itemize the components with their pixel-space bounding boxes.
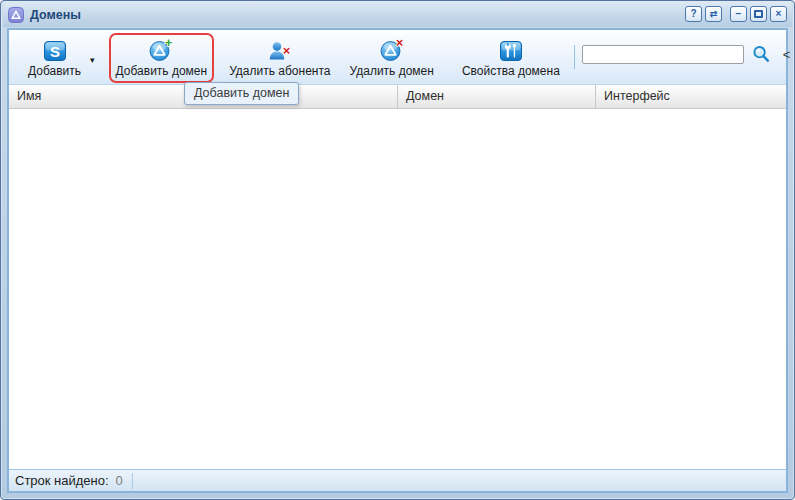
svg-text:S: S: [50, 42, 60, 59]
delete-domain-button-label: Удалить домен: [350, 65, 434, 79]
add-button[interactable]: S Добавить: [21, 33, 88, 83]
prev-page-button[interactable]: <: [776, 48, 795, 61]
maximize-icon: [754, 10, 763, 18]
status-bar: Строк найдено: 0: [9, 469, 786, 491]
svg-text:×: ×: [283, 43, 291, 58]
add-button-label: Добавить: [28, 65, 81, 79]
subscriber-delete-icon: ×: [267, 37, 293, 64]
column-header-interface[interactable]: Интерфейс: [595, 85, 786, 108]
delete-domain-button[interactable]: × Удалить домен: [343, 33, 441, 83]
tooltip: Добавить домен: [184, 82, 299, 105]
maximize-button[interactable]: [750, 6, 767, 22]
domains-window: Домены ? ⇄ − × S: [0, 0, 795, 500]
search-area: < >: [567, 33, 795, 69]
delete-subscriber-button[interactable]: × Удалить абонента: [222, 33, 337, 83]
subscriber-add-icon: S: [43, 37, 67, 64]
help-button[interactable]: ?: [685, 6, 702, 22]
rows-found-value: 0: [116, 473, 123, 488]
domain-properties-icon: [499, 37, 523, 64]
status-separator: [132, 473, 133, 489]
content-frame: S Добавить ▾ +: [7, 28, 788, 493]
toolbar: S Добавить ▾ +: [9, 30, 786, 85]
domain-add-icon: +: [148, 37, 174, 64]
table-header: Имя Домен Интерфейс: [9, 85, 786, 109]
close-button[interactable]: ×: [770, 6, 787, 22]
domain-delete-icon: ×: [379, 37, 405, 64]
toolbar-separator: [574, 45, 575, 69]
window-title: Домены: [30, 8, 81, 22]
window-controls: ? ⇄ − ×: [685, 6, 787, 22]
add-domain-button[interactable]: + Добавить домен: [109, 33, 215, 83]
rows-found-label: Строк найдено:: [15, 473, 109, 488]
svg-text:+: +: [165, 38, 173, 50]
add-domain-button-label: Добавить домен: [116, 65, 208, 79]
domain-app-icon: [8, 7, 24, 23]
title-bar: Домены ? ⇄ − ×: [3, 2, 792, 27]
refresh-button[interactable]: ⇄: [705, 6, 722, 22]
search-button[interactable]: [751, 44, 772, 65]
table-body[interactable]: [9, 109, 786, 469]
add-dropdown-arrow-icon[interactable]: ▾: [90, 55, 95, 65]
domain-properties-button-label: Свойства домена: [462, 65, 560, 79]
domain-properties-button[interactable]: Свойства домена: [455, 33, 567, 83]
column-header-domain[interactable]: Домен: [397, 85, 595, 108]
minimize-button[interactable]: −: [730, 6, 747, 22]
search-icon: [751, 44, 772, 65]
search-input[interactable]: [582, 45, 744, 64]
svg-text:×: ×: [395, 38, 403, 50]
delete-subscriber-button-label: Удалить абонента: [229, 65, 330, 79]
